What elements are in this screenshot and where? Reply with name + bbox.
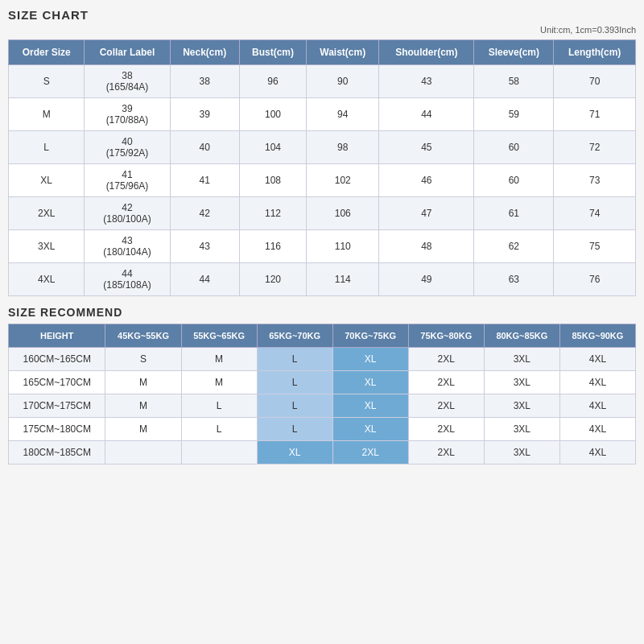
size-chart-cell: 58 xyxy=(474,65,554,98)
size-chart-row: L40(175/92A)4010498456072 xyxy=(9,131,636,164)
size-chart-cell: 49 xyxy=(379,263,474,296)
size-chart-cell: S xyxy=(9,65,85,98)
size-chart-header-cell: Order Size xyxy=(9,40,85,65)
size-chart-row: S38(165/84A)389690435870 xyxy=(9,65,636,98)
recommend-header-cell: HEIGHT xyxy=(9,324,105,348)
size-chart-cell: 63 xyxy=(474,263,554,296)
recommend-height-cell: 170CM~175CM xyxy=(9,394,105,418)
size-chart-cell: M xyxy=(9,98,85,131)
recommend-height-cell: 175CM~180CM xyxy=(9,418,105,441)
recommend-cell: XL xyxy=(332,348,408,371)
recommend-row: 165CM~170CMMMLXL2XL3XL4XL xyxy=(9,371,636,394)
size-chart-cell: 43(180/104A) xyxy=(85,230,170,263)
size-chart-row: 2XL42(180/100A)42112106476174 xyxy=(9,197,636,230)
size-chart-header-cell: Bust(cm) xyxy=(239,40,306,65)
recommend-cell: L xyxy=(181,394,257,418)
recommend-cell: L xyxy=(257,348,332,371)
recommend-section-title: SIZE RECOMMEND xyxy=(8,306,636,319)
recommend-header-cell: 75KG~80KG xyxy=(408,324,484,348)
size-chart-cell: 41(175/96A) xyxy=(85,164,170,197)
recommend-header-cell: 70KG~75KG xyxy=(332,324,408,348)
recommend-cell: 4XL xyxy=(559,418,635,441)
size-chart-cell: 73 xyxy=(554,164,636,197)
size-chart-cell: 62 xyxy=(474,230,554,263)
recommend-cell: 3XL xyxy=(484,418,559,441)
size-chart-cell: 39(170/88A) xyxy=(85,98,170,131)
recommend-row: 160CM~165CMSMLXL2XL3XL4XL xyxy=(9,348,636,371)
recommend-cell: XL xyxy=(257,441,332,464)
size-chart-cell: 40 xyxy=(170,131,239,164)
size-chart-header-row: Order SizeCollar LabelNeck(cm)Bust(cm)Wa… xyxy=(9,40,636,65)
recommend-row: 180CM~185CMXL2XL2XL3XL4XL xyxy=(9,441,636,464)
recommend-row: 175CM~180CMMLLXL2XL3XL4XL xyxy=(9,418,636,441)
size-chart-row: 4XL44(185/108A)44120114496376 xyxy=(9,263,636,296)
recommend-header-cell: 45KG~55KG xyxy=(105,324,181,348)
size-chart-cell: 42 xyxy=(170,197,239,230)
recommend-cell: 2XL xyxy=(408,371,484,394)
size-chart-cell: 39 xyxy=(170,98,239,131)
size-chart-header-cell: Sleeve(cm) xyxy=(474,40,554,65)
size-chart-cell: 40(175/92A) xyxy=(85,131,170,164)
recommend-cell: 2XL xyxy=(408,418,484,441)
size-chart-cell: 46 xyxy=(379,164,474,197)
recommend-cell: L xyxy=(257,394,332,418)
size-chart-cell: XL xyxy=(9,164,85,197)
recommend-cell: M xyxy=(105,394,181,418)
recommend-cell: 4XL xyxy=(559,394,635,418)
size-chart-cell: 114 xyxy=(307,263,379,296)
size-chart-cell: 44 xyxy=(379,98,474,131)
size-chart-header-cell: Collar Label xyxy=(85,40,170,65)
size-chart-header-cell: Neck(cm) xyxy=(170,40,239,65)
size-chart-cell: 102 xyxy=(307,164,379,197)
size-chart-cell: 61 xyxy=(474,197,554,230)
size-chart-cell: 60 xyxy=(474,164,554,197)
size-chart-cell: 38(165/84A) xyxy=(85,65,170,98)
size-chart-cell: 120 xyxy=(239,263,306,296)
recommend-cell: M xyxy=(105,418,181,441)
recommend-cell: XL xyxy=(332,418,408,441)
recommend-header-cell: 85KG~90KG xyxy=(559,324,635,348)
size-chart-cell: 108 xyxy=(239,164,306,197)
recommend-cell: 3XL xyxy=(484,348,559,371)
recommend-table: HEIGHT45KG~55KG55KG~65KG65KG~70KG70KG~75… xyxy=(8,324,636,464)
size-chart-cell: 106 xyxy=(307,197,379,230)
recommend-cell: 3XL xyxy=(484,371,559,394)
recommend-height-cell: 180CM~185CM xyxy=(9,441,105,464)
size-chart-header-cell: Shoulder(cm) xyxy=(379,40,474,65)
unit-note: Unit:cm, 1cm=0.393Inch xyxy=(8,25,636,35)
size-chart-cell: 96 xyxy=(239,65,306,98)
recommend-cell: XL xyxy=(332,394,408,418)
recommend-cell: 2XL xyxy=(408,348,484,371)
recommend-cell: 4XL xyxy=(559,348,635,371)
size-chart-cell: 45 xyxy=(379,131,474,164)
size-chart-row: M39(170/88A)3910094445971 xyxy=(9,98,636,131)
size-chart-cell: 72 xyxy=(554,131,636,164)
size-chart-cell: 3XL xyxy=(9,230,85,263)
recommend-height-cell: 165CM~170CM xyxy=(9,371,105,394)
size-chart-cell: 44 xyxy=(170,263,239,296)
size-chart-cell: 44(185/108A) xyxy=(85,263,170,296)
recommend-row: 170CM~175CMMLLXL2XL3XL4XL xyxy=(9,394,636,418)
size-chart-cell: 100 xyxy=(239,98,306,131)
size-chart-cell: 38 xyxy=(170,65,239,98)
size-chart-cell: 98 xyxy=(307,131,379,164)
size-chart-table: Order SizeCollar LabelNeck(cm)Bust(cm)Wa… xyxy=(8,39,636,296)
size-chart-row: 3XL43(180/104A)43116110486275 xyxy=(9,230,636,263)
recommend-cell: XL xyxy=(332,371,408,394)
size-chart-cell: 75 xyxy=(554,230,636,263)
recommend-cell: M xyxy=(105,371,181,394)
size-chart-cell: 41 xyxy=(170,164,239,197)
size-chart-cell: 4XL xyxy=(9,263,85,296)
recommend-cell: 4XL xyxy=(559,441,635,464)
size-chart-header-cell: Waist(cm) xyxy=(307,40,379,65)
size-chart-cell: 104 xyxy=(239,131,306,164)
size-chart-cell: 2XL xyxy=(9,197,85,230)
size-chart-cell: L xyxy=(9,131,85,164)
size-chart-cell: 70 xyxy=(554,65,636,98)
size-chart-cell: 42(180/100A) xyxy=(85,197,170,230)
recommend-cell: 3XL xyxy=(484,441,559,464)
size-chart-cell: 112 xyxy=(239,197,306,230)
recommend-cell: 2XL xyxy=(408,394,484,418)
size-chart-cell: 90 xyxy=(307,65,379,98)
recommend-cell: S xyxy=(105,348,181,371)
